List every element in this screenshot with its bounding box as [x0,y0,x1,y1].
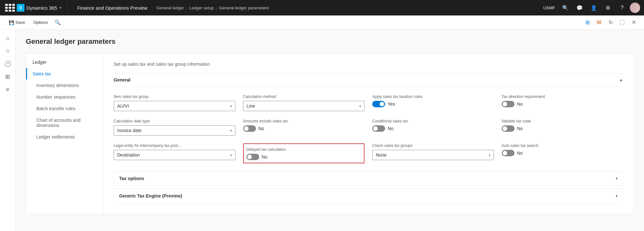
nav-item-chart-accounts[interactable]: Chart of accounts and dimensions [26,114,103,131]
help-nav-button[interactable]: ? [616,1,629,14]
delayed-tax-calculation-value: No [262,154,268,159]
form-panel: Set up sales tax and sales tax group inf… [103,54,633,214]
tax-direction-requirement-group: No [502,101,623,107]
generic-tax-engine-title: Generic Tax Engine (Preview) [119,193,182,198]
save-button[interactable]: 💾 Save [5,18,29,27]
action-bar-right: ⊞ W ↻ ⛶ ✕ [582,17,639,28]
dynamics-logo: D [17,4,24,12]
dynamics-name[interactable]: Dynamics 365 [26,5,57,11]
search-nav-button[interactable]: 🔍 [559,1,572,14]
avatar[interactable] [630,3,640,13]
delayed-tax-calculation-highlight: Delayed tax calculation No [243,143,365,163]
top-navigation: D Dynamics 365 ▾ Finance and Operations … [0,0,644,15]
validate-tax-code-toggle[interactable] [502,125,515,132]
action-bar: 💾 Save Options 🔍 ⊞ W ↻ ⛶ ✕ [0,15,644,30]
breadcrumb-item-1[interactable]: General ledger [156,5,184,10]
nav-item-ledger[interactable]: Ledger [26,56,103,68]
home-icon[interactable]: ⌂ [2,32,14,44]
tax-direction-requirement-toggle[interactable] [502,101,515,107]
conditional-sales-tax-group: No [372,125,494,132]
delayed-tax-calculation-toggle[interactable] [246,154,259,160]
settings-nav-button[interactable]: ⚙ [601,1,614,14]
field-tax-direction-requirement: Tax direction requirement No [502,94,623,111]
breadcrumb-item-2[interactable]: Ledger setup [189,5,214,10]
generic-tax-engine-chevron-icon: ▾ [616,194,618,198]
fields-row-2: Calculation date type Invoice date ▾ Amo… [114,119,623,136]
item-sales-tax-group-value: AU/VI [117,103,129,109]
general-collapse-icon: ▲ [619,78,623,82]
app-title: Finance and Operations Preview [71,5,154,11]
amounts-include-sales-tax-toggle[interactable] [243,125,256,132]
tax-options-chevron-icon: ▾ [616,176,618,181]
tax-options-header[interactable]: Tax options ▾ [114,171,623,186]
apply-sales-tax-rules-label: Apply sales tax taxation rules [372,94,494,99]
legal-entity-intercompany-dropdown[interactable]: Destination ▾ [114,150,235,160]
calculation-date-type-dropdown[interactable]: Invoice date ▾ [114,125,235,136]
recent-icon[interactable]: 🕐 [2,58,14,70]
field-auto-sales-tax-search: Auto sales tax search No [502,143,623,163]
amounts-include-sales-tax-value: No [259,126,264,131]
calculation-date-type-value: Invoice date [117,128,142,133]
conditional-sales-tax-value: No [388,126,393,131]
waffle-menu[interactable] [4,3,14,13]
check-sales-tax-groups-value: None [376,152,386,158]
nav-item-inventory-dimensions[interactable]: Inventory dimensions [26,80,103,91]
auto-sales-tax-search-group: No [502,150,623,156]
content-area: General ledger parameters Ledger Sales t… [15,30,644,231]
item-sales-tax-group-arrow: ▾ [230,104,232,108]
calculation-method-label: Calculation method [243,94,365,99]
nav-right: USMF 🔍 💬 👤 ⚙ ? [541,1,640,14]
generic-tax-engine-header[interactable]: Generic Tax Engine (Preview) ▾ [114,189,623,203]
apply-sales-tax-rules-group: Yes [372,101,494,107]
apply-sales-tax-rules-value: Yes [388,101,395,107]
chat-nav-button[interactable]: 💬 [573,1,586,14]
search-action-button[interactable]: 🔍 [52,17,63,28]
grid-icon[interactable]: ⊞ [582,17,592,28]
workspaces-icon[interactable]: ⊞ [2,71,14,82]
nav-item-batch-transfer[interactable]: Batch transfer rules [26,103,103,114]
breadcrumb-sep-2: › [216,5,217,10]
dynamics-brand: D Dynamics 365 ▾ [17,4,67,12]
favorites-icon[interactable]: ☆ [2,45,14,57]
field-apply-sales-tax-rules: Apply sales tax taxation rules Yes [372,94,494,111]
item-sales-tax-group-dropdown[interactable]: AU/VI ▾ [114,101,235,111]
nav-left: D Dynamics 365 ▾ Finance and Operations … [4,3,269,13]
tax-options-section: Tax options ▾ [114,171,623,186]
breadcrumb-sep-1: › [186,5,187,10]
company-badge: USMF [541,5,558,10]
user-nav-button[interactable]: 👤 [587,1,600,14]
office-icon[interactable]: W [594,17,604,28]
close-icon[interactable]: ✕ [629,17,639,28]
nav-item-ledger-settlements[interactable]: Ledger settlements [26,131,103,143]
calculation-method-dropdown[interactable]: Line ▾ [243,101,365,111]
amounts-include-sales-tax-group: No [243,125,365,132]
auto-sales-tax-search-value: No [517,150,523,156]
calculation-date-type-arrow: ▾ [230,129,232,132]
check-sales-tax-groups-arrow: ▾ [489,153,490,157]
fields-row-3: Legal entity for intercompany tax post..… [114,143,623,163]
field-item-sales-tax-group: Item sales tax group AU/VI ▾ [114,94,235,111]
tax-direction-requirement-value: No [517,101,523,107]
breadcrumb-item-3[interactable]: General ledger parameters [219,5,269,10]
apply-sales-tax-rules-toggle[interactable] [372,101,385,107]
conditional-sales-tax-toggle[interactable] [372,125,385,132]
list-icon[interactable]: ≡ [2,84,14,95]
options-button[interactable]: Options [30,18,52,26]
check-sales-tax-groups-dropdown[interactable]: None ▾ [372,150,494,160]
nav-panel: Ledger Sales tax Inventory dimensions Nu… [26,54,103,214]
nav-item-sales-tax[interactable]: Sales tax [26,68,103,80]
page-title: General ledger parameters [26,37,634,46]
maximize-icon[interactable]: ⛶ [617,17,627,28]
validate-tax-code-group: No [502,125,623,132]
form-layout: Ledger Sales tax Inventory dimensions Nu… [26,53,634,214]
legal-entity-intercompany-label: Legal entity for intercompany tax post..… [114,143,235,148]
field-delayed-tax-calculation: Delayed tax calculation No [243,143,365,163]
nav-item-number-sequences[interactable]: Number sequences [26,91,103,103]
general-section-header[interactable]: General ▲ [114,73,623,87]
auto-sales-tax-search-toggle[interactable] [502,150,515,156]
refresh-icon[interactable]: ↻ [605,17,616,28]
options-label: Options [33,20,48,25]
dynamics-chevron-icon[interactable]: ▾ [60,5,62,10]
check-sales-tax-groups-label: Check sales tax groups [372,143,494,148]
save-icon: 💾 [9,20,14,25]
